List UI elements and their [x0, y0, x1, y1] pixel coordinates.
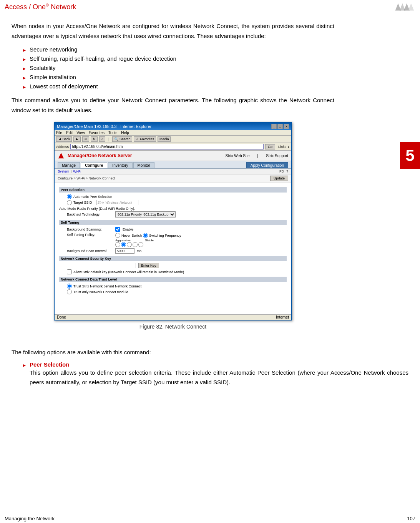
bg-scanning-label: Background Scanning: — [67, 227, 113, 231]
peer-auto-radio[interactable] — [67, 194, 72, 199]
allow-strix-key-row: Allow Strix default key (Network Connect… — [67, 269, 287, 274]
ie-search-btn[interactable]: 🔍 Search — [112, 136, 132, 142]
ie-menu-view[interactable]: View — [76, 131, 85, 135]
ie-menu-file[interactable]: File — [56, 131, 62, 135]
list-item: ▸ Scalability — [23, 65, 334, 71]
web-nav-links: Strix Web Site | Strix Support — [225, 154, 288, 158]
svg-marker-4 — [58, 153, 64, 158]
data-trust-section: Trust Strix Network behind Network Conne… — [67, 284, 287, 294]
ie-minimize-btn[interactable]: _ — [271, 124, 277, 129]
ie-back-btn[interactable]: ◄ Back — [56, 136, 72, 142]
ms-label: ms — [137, 249, 141, 253]
bottom-section: The following options are available with… — [0, 344, 420, 395]
ie-menu-favorites[interactable]: Favorites — [89, 131, 105, 135]
tab-inventory[interactable]: Inventory — [108, 162, 132, 168]
peer-ssid-radio[interactable] — [67, 200, 72, 205]
trust-strix-radio[interactable] — [67, 284, 72, 289]
fd-label: FD — [279, 169, 284, 173]
ie-maximize-btn[interactable]: □ — [277, 124, 283, 129]
sub-nav-wifi[interactable]: Wi-Fi — [73, 169, 81, 173]
bg-scanning-checkbox[interactable] — [115, 227, 120, 232]
trust-strix-option: Trust Strix Network behind Network Conne… — [67, 284, 287, 289]
scale-1[interactable] — [115, 242, 120, 247]
bullet-list: ▸ Secure networking ▸ Self tuning, rapid… — [23, 46, 334, 90]
bullet-icon: ▸ — [23, 47, 26, 53]
list-item: ▸ Simple installation — [23, 74, 334, 81]
ie-status-text: Done — [57, 315, 66, 319]
ie-address-input[interactable] — [70, 144, 264, 149]
scale-2[interactable] — [121, 242, 126, 247]
web-content: Manager/One Network Server Strix Web Sit… — [55, 151, 291, 320]
apply-configuration-btn[interactable]: Apply Configuration — [246, 162, 288, 168]
scale-4[interactable] — [133, 242, 138, 247]
tab-monitor[interactable]: Monitor — [133, 162, 154, 168]
peer-selection-title: Peer Selection — [59, 187, 287, 193]
web-topbar: Manager/One Network Server Strix Web Sit… — [55, 151, 291, 161]
peer-selection-options: Automatic Peer Selection Target SSID — [67, 194, 287, 205]
intro-paragraph1: When nodes in your Access/One Network ar… — [12, 21, 334, 41]
enable-label: Enable — [123, 227, 133, 231]
peer-ssid-option: Target SSID — [67, 200, 287, 205]
bullet-icon: ▸ — [23, 75, 26, 81]
ie-stop-btn[interactable]: ✕ — [82, 136, 89, 142]
update-btn[interactable]: Update — [270, 176, 288, 181]
ie-titlebar: Manager/One Main 192.168.0.3 - Internet … — [55, 123, 291, 130]
security-key-section: Enter Key Allow Strix default key (Netwo… — [67, 263, 287, 274]
tab-configure[interactable]: Configure — [81, 162, 107, 168]
enter-key-btn[interactable]: Enter Key — [138, 263, 159, 268]
ie-forward-btn[interactable]: ► — [73, 136, 81, 142]
self-tuning-section: Background Scanning: Enable Self Tuning … — [67, 227, 287, 254]
web-link-support[interactable]: Strix Support — [266, 154, 288, 158]
intro-paragraph2: This command allows you to define your N… — [12, 95, 334, 115]
ie-refresh-btn[interactable]: ↻ — [91, 136, 98, 142]
bottom-intro: The following options are available with… — [12, 347, 408, 357]
target-ssid-input[interactable] — [96, 200, 138, 205]
allow-strix-checkbox[interactable] — [67, 269, 72, 274]
ie-media-btn[interactable]: Media — [158, 136, 171, 142]
ie-menu-help[interactable]: Help — [121, 131, 129, 135]
form-area: Peer Selection Automatic Peer Selection … — [55, 183, 291, 314]
bullet-icon: ▸ — [23, 56, 26, 62]
tab-manage[interactable]: Manage — [58, 162, 80, 168]
ie-go-btn[interactable]: Go — [265, 144, 275, 149]
ie-menu-tools[interactable]: Tools — [108, 131, 117, 135]
security-key-input[interactable] — [67, 263, 136, 268]
never-switch-radio[interactable] — [115, 233, 120, 238]
ie-close-btn[interactable]: ✕ — [284, 124, 289, 129]
ie-links-label: Links — [278, 145, 286, 149]
web-server-name: Manager/One Network Server — [68, 153, 132, 158]
bg-scan-interval-input[interactable] — [115, 248, 134, 254]
ie-address-label: Address — [56, 145, 69, 149]
scale-3[interactable] — [127, 242, 132, 247]
footer-right: 107 — [407, 516, 415, 521]
trust-module-option: Trust only Network Connect module — [67, 289, 287, 294]
ie-home-btn[interactable]: ⌂ — [99, 136, 105, 142]
backhaul-select[interactable]: 802.11a Priority, 802.11g Backup — [115, 211, 176, 218]
trust-module-radio[interactable] — [67, 289, 72, 294]
switching-freq-radio[interactable] — [143, 233, 148, 238]
strix-icon — [58, 152, 65, 159]
figure-caption: Figure 82. Network Connect — [139, 324, 206, 330]
web-link-site[interactable]: Strix Web Site — [225, 154, 249, 158]
ie-favorites-btn[interactable]: ☆ Favorites — [134, 136, 156, 142]
list-item: ▸ Secure networking — [23, 46, 334, 53]
tuning-radio-scale — [115, 242, 181, 247]
trust-module-label: Trust only Network Connect module — [73, 290, 128, 294]
self-tuning-policy-label: Self Tuning Policy: — [67, 233, 113, 237]
data-trust-title: Network Connect Data Trust Level — [59, 277, 287, 282]
self-tuning-policy-row: Self Tuning Policy: Never Switch Switchi… — [67, 233, 287, 247]
trust-strix-label: Trust Strix Network behind Network Conne… — [73, 284, 141, 288]
ie-menu-edit[interactable]: Edit — [66, 131, 73, 135]
bullet-icon: ▸ — [23, 84, 26, 90]
main-content: When nodes in your Access/One Network ar… — [0, 14, 346, 344]
ie-toolbar: ◄ Back ► ✕ ↻ ⌂ | 🔍 Search ☆ Favorites Me… — [55, 136, 291, 143]
svg-marker-3 — [408, 3, 414, 11]
ie-menubar: File Edit View Favorites Tools Help — [55, 130, 291, 136]
page-footer: Managing the Network 107 — [0, 514, 420, 523]
sub-nav-system[interactable]: System — [58, 169, 69, 173]
allow-strix-label: Allow Strix default key (Network Connect… — [73, 270, 184, 274]
scale-5[interactable] — [138, 242, 143, 247]
ie-zone-text: Internet — [276, 315, 289, 319]
ie-window-controls: _ □ ✕ — [271, 124, 289, 129]
auto-mode-section: Auto-Mode Radio Priority (Dual WiFi Radi… — [59, 207, 287, 218]
